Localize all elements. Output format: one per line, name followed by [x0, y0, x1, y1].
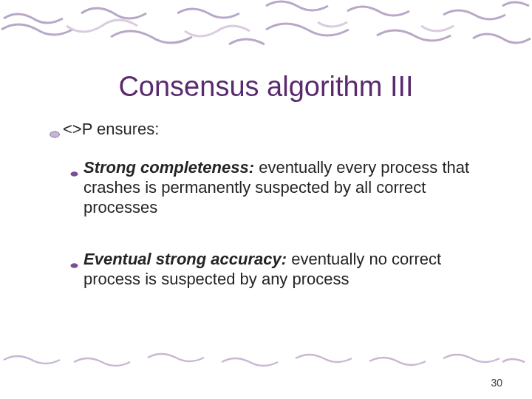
bullet-level2: Eventual strong accuracy: eventually no …: [83, 250, 477, 290]
bullet-level1: <>P ensures:: [63, 120, 477, 139]
slide-title: Consensus algorithm III: [0, 71, 532, 103]
svg-point-1: [71, 171, 78, 177]
svg-point-2: [71, 264, 78, 269]
bullet-level2: Strong completeness: eventually every pr…: [83, 158, 477, 217]
slide-body: <>P ensures: Strong completeness: eventu…: [63, 120, 477, 322]
bullet-text: <>P ensures:: [63, 120, 159, 138]
decorative-motif-bottom: [0, 349, 532, 371]
page-number: 30: [491, 377, 502, 389]
bullet-headline: Strong completeness:: [83, 158, 254, 177]
bullet-icon: [70, 255, 78, 263]
bullet-headline: Eventual strong accuracy:: [83, 250, 287, 268]
bullet-icon: [70, 163, 78, 171]
decorative-motif-top: [0, 0, 532, 52]
slide: Consensus algorithm III <>P ensures: Str…: [0, 0, 532, 399]
svg-point-0: [50, 132, 60, 137]
bullet-icon: [50, 125, 60, 135]
